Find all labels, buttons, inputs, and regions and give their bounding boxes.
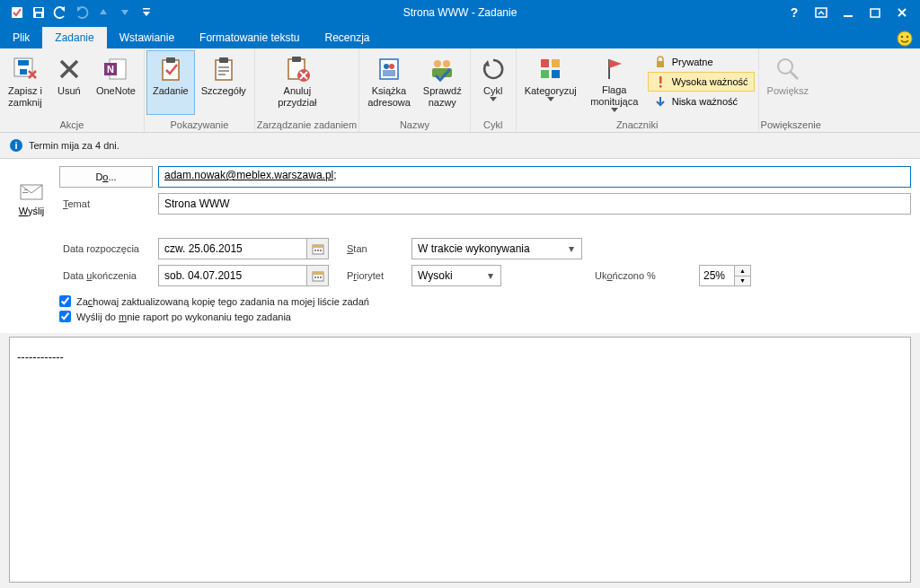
check-names-button[interactable]: Sprawdź nazwy bbox=[417, 50, 468, 115]
send-report-checkbox[interactable]: Wyślij do mnie raport po wykonaniu tego … bbox=[59, 311, 911, 322]
details-clipboard-icon bbox=[209, 55, 238, 83]
address-book-button[interactable]: Książka adresowa bbox=[361, 50, 417, 115]
recurrence-button[interactable]: Cykl bbox=[473, 50, 514, 115]
tab-task[interactable]: Zadanie bbox=[42, 27, 106, 48]
task-body[interactable]: ------------ bbox=[9, 337, 911, 583]
app-icon[interactable] bbox=[7, 3, 27, 22]
onenote-button[interactable]: N OneNote bbox=[90, 50, 142, 115]
cancel-assignment-button[interactable]: Anuluj przydział bbox=[257, 50, 338, 115]
svg-text:N: N bbox=[107, 64, 114, 75]
svg-rect-35 bbox=[552, 59, 560, 67]
form-area: Wyślij Do... adam.nowak@meblex.warszawa.… bbox=[0, 159, 920, 333]
categorize-button[interactable]: Kategoryzuj bbox=[518, 50, 583, 115]
svg-rect-4 bbox=[143, 8, 150, 10]
tab-file[interactable]: Plik bbox=[0, 27, 42, 48]
send-button[interactable]: Wyślij bbox=[9, 166, 54, 233]
high-importance-button[interactable]: Wysoka ważność bbox=[648, 72, 755, 92]
delete-button[interactable]: Usuń bbox=[49, 50, 90, 115]
followup-flag-button[interactable]: Flaga monitująca bbox=[583, 50, 646, 115]
private-button[interactable]: Prywatne bbox=[648, 52, 755, 72]
svg-rect-37 bbox=[552, 70, 560, 78]
subject-field[interactable] bbox=[158, 193, 911, 215]
svg-rect-25 bbox=[292, 57, 301, 62]
due-date-label: Data ukończenia bbox=[59, 270, 158, 281]
ribbon: Zapisz i zamknij Usuń N OneNote Akcje Za… bbox=[0, 48, 920, 133]
address-book-icon bbox=[375, 55, 403, 83]
ribbon-display-icon[interactable] bbox=[809, 3, 834, 22]
quick-access-toolbar bbox=[0, 3, 156, 22]
svg-rect-50 bbox=[317, 250, 319, 251]
send-icon bbox=[18, 182, 45, 202]
tab-insert[interactable]: Wstawianie bbox=[107, 27, 187, 48]
svg-rect-3 bbox=[36, 13, 41, 17]
percent-complete-field[interactable]: ▲ ▼ bbox=[699, 265, 751, 286]
group-show: Zadanie Szczegóły Pokazywanie bbox=[145, 48, 255, 132]
svg-point-31 bbox=[434, 60, 441, 67]
info-icon: i bbox=[9, 138, 23, 153]
svg-rect-53 bbox=[313, 272, 323, 275]
due-date-field[interactable] bbox=[158, 265, 329, 286]
svg-rect-34 bbox=[541, 59, 549, 67]
minimize-icon[interactable] bbox=[836, 3, 861, 22]
help-icon[interactable]: ? bbox=[782, 3, 807, 22]
chevron-down-icon[interactable]: ▾ bbox=[563, 242, 579, 255]
recurrence-icon bbox=[479, 55, 508, 83]
svg-rect-56 bbox=[320, 276, 322, 278]
chevron-down-icon bbox=[490, 97, 497, 101]
qat-dropdown[interactable] bbox=[137, 3, 156, 22]
priority-select[interactable]: Wysoki ▾ bbox=[411, 265, 501, 286]
svg-rect-39 bbox=[659, 76, 662, 83]
svg-rect-46 bbox=[22, 192, 28, 193]
to-button[interactable]: Do... bbox=[59, 166, 153, 188]
spin-up[interactable]: ▲ bbox=[735, 266, 750, 276]
calendar-icon[interactable] bbox=[306, 266, 328, 285]
group-actions: Zapisz i zamknij Usuń N OneNote Akcje bbox=[0, 48, 145, 132]
window-controls: ? bbox=[782, 3, 920, 22]
zoom-icon bbox=[774, 55, 802, 83]
ribbon-tabs: Plik Zadanie Wstawianie Formatowanie tek… bbox=[0, 25, 920, 48]
tab-review[interactable]: Recenzja bbox=[312, 27, 382, 48]
svg-rect-36 bbox=[541, 70, 549, 78]
chevron-down-icon bbox=[547, 97, 554, 101]
keep-copy-checkbox[interactable]: Zachowaj zaktualizowaną kopię tego zadan… bbox=[59, 295, 911, 307]
save-icon[interactable] bbox=[29, 3, 49, 22]
chevron-down-icon[interactable]: ▾ bbox=[482, 269, 499, 282]
window-title: Strona WWW - Zadanie bbox=[403, 6, 518, 19]
maximize-icon[interactable] bbox=[862, 3, 888, 22]
spin-down[interactable]: ▼ bbox=[735, 276, 750, 286]
check-names-icon bbox=[428, 55, 456, 83]
subject-label: Temat bbox=[59, 198, 158, 209]
calendar-icon[interactable] bbox=[306, 239, 328, 259]
complete-label: Ukończono % bbox=[591, 270, 699, 281]
status-select[interactable]: W trakcie wykonywania ▾ bbox=[411, 238, 582, 259]
save-close-button[interactable]: Zapisz i zamknij bbox=[2, 50, 49, 115]
group-zoom: Powiększ Powiększenie bbox=[759, 48, 823, 132]
close-icon[interactable] bbox=[889, 3, 915, 22]
save-close-icon bbox=[11, 55, 40, 83]
group-manage: Anuluj przydział Zarządzanie zadaniem bbox=[255, 48, 359, 132]
undo-icon[interactable] bbox=[50, 3, 70, 22]
onenote-icon: N bbox=[102, 55, 130, 83]
delete-icon bbox=[55, 55, 84, 83]
start-date-field[interactable] bbox=[158, 238, 329, 259]
svg-rect-51 bbox=[320, 250, 322, 251]
svg-rect-54 bbox=[314, 276, 316, 278]
task-view-button[interactable]: Zadanie bbox=[146, 50, 195, 115]
svg-rect-22 bbox=[218, 70, 229, 72]
low-importance-icon bbox=[654, 95, 667, 108]
svg-rect-18 bbox=[166, 57, 175, 63]
svg-point-28 bbox=[384, 64, 389, 69]
svg-rect-2 bbox=[35, 8, 42, 12]
low-importance-button[interactable]: Niska ważność bbox=[648, 92, 755, 111]
details-button[interactable]: Szczegóły bbox=[195, 50, 252, 115]
smiley-icon[interactable] bbox=[897, 31, 920, 48]
tab-format[interactable]: Formatowanie tekstu bbox=[187, 27, 312, 48]
up-arrow-icon bbox=[93, 3, 113, 22]
svg-rect-20 bbox=[219, 57, 228, 63]
svg-rect-23 bbox=[218, 74, 226, 75]
svg-rect-13 bbox=[20, 69, 27, 75]
svg-rect-12 bbox=[18, 60, 29, 66]
send-label: Wyślij bbox=[19, 206, 45, 216]
to-field[interactable]: adam.nowak@meblex.warszawa.pl; bbox=[158, 166, 911, 188]
svg-point-10 bbox=[907, 36, 909, 39]
